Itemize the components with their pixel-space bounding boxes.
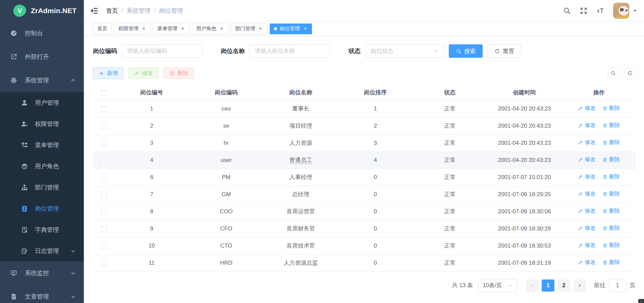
user-menu[interactable] <box>613 3 637 19</box>
app-logo[interactable]: V ZrAdmin.NET <box>0 0 84 21</box>
row-edit-link[interactable]: 修改 <box>578 173 595 180</box>
chevron-down-icon <box>508 283 513 288</box>
sidebar-item-roles[interactable]: 用户角色 <box>0 156 84 177</box>
cell-post-code: PM <box>189 169 263 186</box>
sidebar-item-system[interactable]: 系统管理 <box>0 69 84 92</box>
post-name-input[interactable] <box>250 44 330 58</box>
row-edit-link[interactable]: 修改 <box>578 259 595 266</box>
row-edit-link[interactable]: 修改 <box>578 242 595 249</box>
cell-status: 正常 <box>413 134 487 152</box>
row-delete-link[interactable]: 删除 <box>602 156 620 163</box>
status-select-placeholder: 岗位状态 <box>371 47 393 55</box>
row-delete-link[interactable]: 删除 <box>602 190 620 198</box>
next-page-button[interactable] <box>573 279 586 292</box>
post-code-input[interactable] <box>122 44 202 58</box>
edit-button[interactable]: 修改 <box>128 68 159 79</box>
tab-home[interactable]: 首页 <box>93 24 112 34</box>
sidebar-item-external[interactable]: 外部打开 <box>0 45 84 69</box>
page-size-select[interactable]: 10条/页 <box>478 279 517 292</box>
tab-departments[interactable]: 部门管理 × <box>231 24 267 34</box>
tab-roles[interactable]: 用户角色 × <box>192 24 228 34</box>
sidebar-item-dictionary[interactable]: 字典管理 <box>0 219 84 240</box>
tab-permissions[interactable]: 权限管理 × <box>114 24 151 34</box>
sidebar-item-departments[interactable]: 部门管理 <box>0 177 84 198</box>
row-checkbox[interactable] <box>101 140 107 146</box>
sidebar-item-icon <box>21 247 28 255</box>
tab-close-icon[interactable]: × <box>219 26 224 31</box>
row-checkbox[interactable] <box>101 209 107 215</box>
row-edit-link[interactable]: 修改 <box>578 156 595 163</box>
prev-page-button[interactable] <box>526 279 539 292</box>
select-all-checkbox[interactable] <box>101 90 107 96</box>
page-2-button[interactable]: 2 <box>557 279 570 292</box>
sidebar-item-dashboard[interactable]: 控制台 <box>0 21 84 45</box>
search-button[interactable]: 搜索 <box>449 44 483 58</box>
cell-status: 正常 <box>413 237 487 254</box>
sidebar-item-users[interactable]: 用户管理 <box>0 92 84 113</box>
row-delete-link[interactable]: 删除 <box>602 173 620 180</box>
breadcrumb-home[interactable]: 首页 <box>106 7 118 15</box>
tab-close-icon[interactable]: × <box>180 26 185 31</box>
reset-button[interactable]: 重置 <box>487 44 521 58</box>
row-delete-link[interactable]: 删除 <box>602 105 620 112</box>
post-code-label: 岗位编码 <box>93 47 117 55</box>
status-select[interactable]: 岗位状态 <box>365 44 444 58</box>
toggle-search-button[interactable] <box>607 67 619 79</box>
row-edit-link[interactable]: 修改 <box>578 139 595 146</box>
row-checkbox[interactable] <box>101 123 107 129</box>
row-delete-link[interactable]: 删除 <box>602 139 620 146</box>
row-edit-link[interactable]: 修改 <box>578 208 595 215</box>
cell-created: 2001-04-20 20:43:23 <box>487 100 561 117</box>
goto-page-input[interactable] <box>609 279 626 292</box>
sidebar-collapse-icon[interactable] <box>90 6 99 15</box>
row-delete-link[interactable]: 删除 <box>602 242 620 249</box>
add-button-label: 新增 <box>107 70 118 77</box>
row-edit-link[interactable]: 修改 <box>578 122 595 129</box>
post-name-label: 岗位名称 <box>221 47 245 55</box>
search-icon[interactable] <box>563 7 571 15</box>
add-button[interactable]: 新增 <box>93 68 123 79</box>
row-delete-link[interactable]: 删除 <box>602 225 620 232</box>
sidebar-menu: 控制台 外部打开 系统管理 <box>0 21 84 303</box>
cell-post-id: 4 <box>114 152 189 169</box>
sidebar-item-menus[interactable]: 菜单管理 <box>0 134 84 156</box>
cell-post-name: 首席运营官 <box>286 208 315 215</box>
column-header-post-name: 岗位名称 <box>264 85 338 100</box>
delete-button[interactable]: 删除 <box>163 68 194 79</box>
fullscreen-icon[interactable] <box>580 7 588 15</box>
sidebar-item-permissions[interactable]: 权限管理 <box>0 113 84 134</box>
sidebar-item-monitor[interactable]: 系统监控 <box>0 261 84 285</box>
refresh-table-button[interactable] <box>624 67 636 79</box>
page-1-button[interactable]: 1 <box>542 279 554 292</box>
row-checkbox[interactable] <box>101 158 107 163</box>
performance-meter-widget[interactable] <box>638 299 644 303</box>
tab-close-icon[interactable]: × <box>303 26 308 31</box>
row-checkbox[interactable] <box>101 226 107 232</box>
row-delete-link[interactable]: 删除 <box>602 208 620 215</box>
cell-post-name: 普通员工 <box>289 157 312 164</box>
cell-post-code: hr <box>189 134 263 152</box>
row-edit-link[interactable]: 修改 <box>578 225 595 232</box>
row-delete-link[interactable]: 删除 <box>602 259 620 266</box>
row-checkbox[interactable] <box>101 260 107 266</box>
sidebar-item-label: 控制台 <box>25 29 43 37</box>
row-checkbox[interactable] <box>101 106 107 112</box>
tab-menus[interactable]: 菜单管理 × <box>153 24 190 34</box>
tab-close-icon[interactable]: × <box>141 26 146 31</box>
row-checkbox[interactable] <box>101 243 107 249</box>
row-delete-link[interactable]: 删除 <box>602 122 620 129</box>
breadcrumb-separator: / <box>154 7 156 14</box>
row-checkbox[interactable] <box>101 175 107 180</box>
sidebar-item-articles[interactable]: 文章管理 <box>0 285 84 303</box>
row-edit-link[interactable]: 修改 <box>578 105 595 112</box>
tab-posts[interactable]: 岗位管理 × <box>270 24 312 34</box>
edit-icon <box>578 243 583 248</box>
tab-close-icon[interactable]: × <box>258 26 263 31</box>
row-checkbox[interactable] <box>101 192 107 198</box>
row-edit-link[interactable]: 修改 <box>578 190 595 198</box>
sidebar-item-posts[interactable]: 岗位管理 <box>0 198 84 219</box>
table-row: 8 COO 首席运营官 0 正常 2001-07-09 18:30:06 修改 … <box>93 203 636 220</box>
sidebar-item-logs[interactable]: 日志管理 <box>0 240 84 261</box>
font-size-icon[interactable] <box>596 7 604 15</box>
avatar[interactable] <box>613 3 629 19</box>
